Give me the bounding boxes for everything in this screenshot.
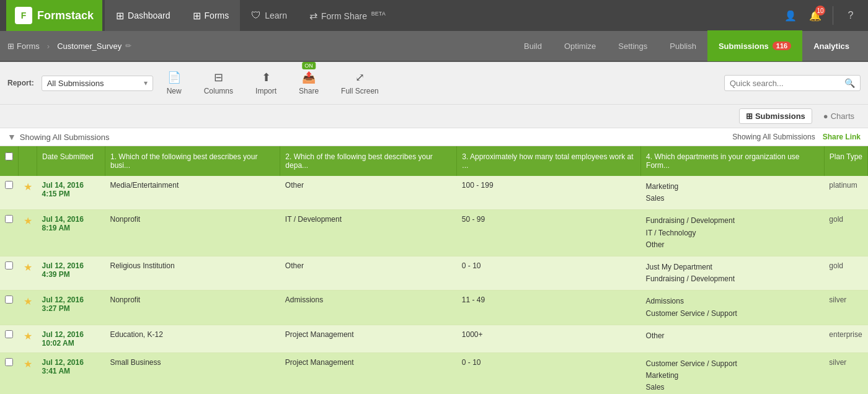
nav-formshare[interactable]: ⇄ Form Share BETA	[298, 0, 397, 31]
edit-icon[interactable]: ✏	[125, 42, 131, 50]
columns-button[interactable]: ⊟ Columns	[195, 67, 242, 99]
forms-icon: ⊞	[193, 10, 201, 22]
row-checkbox[interactable]	[5, 296, 13, 304]
new-label: New	[167, 87, 182, 95]
fullscreen-button[interactable]: ⤢ Full Screen	[332, 67, 388, 99]
nav-divider	[833, 6, 833, 25]
row-col4: Other	[641, 325, 825, 352]
row-star-cell[interactable]: ★	[19, 352, 37, 394]
date-value: Jul 14, 2016 4:15 PM	[42, 181, 84, 198]
row-date: Jul 12, 2016 3:41 AM	[37, 352, 105, 394]
tab-settings[interactable]: Settings	[607, 30, 658, 61]
charts-view-button[interactable]: ● Charts	[817, 109, 861, 123]
tab-publish[interactable]: Publish	[658, 30, 707, 61]
table-row: ★ Jul 12, 2016 4:39 PM Religious Institu…	[0, 256, 868, 290]
date-value: Jul 12, 2016 3:27 PM	[42, 296, 84, 313]
submissions-table-container: Date Submitted 1. Which of the following…	[0, 146, 868, 394]
nav-right: 👤 🔔 10 ?	[779, 4, 862, 27]
row-checkbox[interactable]	[5, 261, 13, 269]
row-col3: 100 - 199	[457, 176, 641, 210]
charts-view-label: Charts	[831, 112, 854, 121]
select-all-checkbox[interactable]	[5, 152, 13, 160]
row-plan: silver	[824, 352, 867, 394]
row-col4: Fundraising / DevelopmentIT / Technology…	[641, 210, 825, 256]
new-icon: 📄	[167, 71, 181, 84]
report-select[interactable]: All Submissions ▾	[42, 76, 153, 91]
star-icon[interactable]: ★	[24, 359, 32, 369]
row-checkbox[interactable]	[5, 215, 13, 223]
row-col2: Project Management	[280, 325, 457, 352]
notifications-button[interactable]: 🔔 10	[804, 4, 826, 27]
row-star-cell[interactable]: ★	[19, 210, 37, 256]
row-checkbox-cell	[0, 210, 19, 256]
row-col1: Nonprofit	[105, 291, 280, 325]
nav-dashboard[interactable]: ⊞ Dashboard	[105, 0, 182, 31]
tab-analytics[interactable]: Analytics	[802, 30, 861, 61]
tab-build[interactable]: Build	[513, 30, 553, 61]
star-icon[interactable]: ★	[24, 216, 32, 226]
logo-text: Formstack	[37, 9, 94, 22]
star-icon[interactable]: ★	[24, 296, 32, 307]
row-col2: Other	[280, 256, 457, 290]
row-star-cell[interactable]: ★	[19, 291, 37, 325]
filter-left: ▼ Showing All Submissions	[7, 132, 109, 142]
row-plan: gold	[824, 256, 867, 290]
row-date: Jul 14, 2016 4:15 PM	[37, 176, 105, 210]
share-link[interactable]: Share Link	[823, 133, 861, 141]
import-button[interactable]: ⬆ Import	[247, 67, 285, 99]
sub-nav-tabs: Build Optimize Settings Publish Submissi…	[513, 30, 861, 61]
nav-formshare-label: Form Share BETA	[321, 11, 386, 21]
new-button[interactable]: 📄 New	[158, 67, 190, 99]
submissions-view-icon: ⊞	[746, 112, 753, 121]
nav-learn[interactable]: 🛡 Learn	[240, 0, 298, 31]
tab-submissions[interactable]: Submissions 116	[707, 30, 802, 61]
row-checkbox-cell	[0, 325, 19, 352]
star-icon[interactable]: ★	[24, 182, 32, 192]
form-name-breadcrumb[interactable]: Customer_Survey ✏	[57, 42, 131, 51]
nav-forms[interactable]: ⊞ Forms	[182, 0, 241, 31]
chevron-down-icon: ▾	[144, 79, 148, 87]
profile-button[interactable]: 👤	[779, 4, 802, 27]
row-col3: 11 - 49	[457, 291, 641, 325]
top-nav: F Formstack ⊞ Dashboard ⊞ Forms 🛡 Learn …	[0, 0, 868, 31]
import-label: Import	[255, 87, 277, 95]
row-checkbox[interactable]	[5, 330, 13, 338]
view-toggle: ⊞ Submissions ● Charts	[0, 105, 868, 128]
share-button[interactable]: ON 📤 Share	[290, 67, 327, 99]
report-label: Report:	[7, 79, 34, 87]
header-checkbox-col	[0, 146, 19, 176]
logo-area[interactable]: F Formstack	[6, 0, 102, 31]
forms-breadcrumb[interactable]: ⊞ Forms	[7, 42, 40, 51]
row-col2: Other	[280, 176, 457, 210]
submissions-view-button[interactable]: ⊞ Submissions	[739, 108, 812, 124]
nav-forms-label: Forms	[205, 11, 229, 20]
table-row: ★ Jul 14, 2016 8:19 AM Nonprofit IT / De…	[0, 210, 868, 256]
row-col4: MarketingSales	[641, 176, 825, 210]
breadcrumb-separator: ›	[47, 42, 50, 51]
date-value: Jul 12, 2016 10:02 AM	[42, 330, 84, 348]
row-date: Jul 12, 2016 4:39 PM	[37, 256, 105, 290]
row-col4: Customer Service / SupportMarketingSales	[641, 352, 825, 394]
sub-nav: ⊞ Forms › Customer_Survey ✏ Build Optimi…	[0, 31, 868, 62]
star-icon[interactable]: ★	[24, 331, 32, 341]
help-icon: ?	[848, 10, 854, 21]
row-col3: 50 - 99	[457, 210, 641, 256]
dashboard-icon: ⊞	[116, 10, 124, 22]
header-col2: 2. Which of the following best describes…	[280, 146, 457, 176]
row-star-cell[interactable]: ★	[19, 325, 37, 352]
row-checkbox-cell	[0, 352, 19, 394]
row-col2: Project Management	[280, 352, 457, 394]
row-date: Jul 14, 2016 8:19 AM	[37, 210, 105, 256]
help-button[interactable]: ?	[839, 4, 862, 27]
star-icon[interactable]: ★	[24, 262, 32, 273]
search-input[interactable]	[730, 79, 844, 88]
table-row: ★ Jul 12, 2016 3:41 AM Small Business Pr…	[0, 352, 868, 394]
tab-optimize[interactable]: Optimize	[553, 30, 607, 61]
row-star-cell[interactable]: ★	[19, 256, 37, 290]
row-checkbox[interactable]	[5, 181, 13, 189]
row-star-cell[interactable]: ★	[19, 176, 37, 210]
forms-breadcrumb-label: Forms	[17, 42, 40, 51]
table-row: ★ Jul 12, 2016 10:02 AM Education, K-12 …	[0, 325, 868, 352]
row-checkbox[interactable]	[5, 358, 13, 366]
share-icon: 📤	[302, 71, 316, 84]
